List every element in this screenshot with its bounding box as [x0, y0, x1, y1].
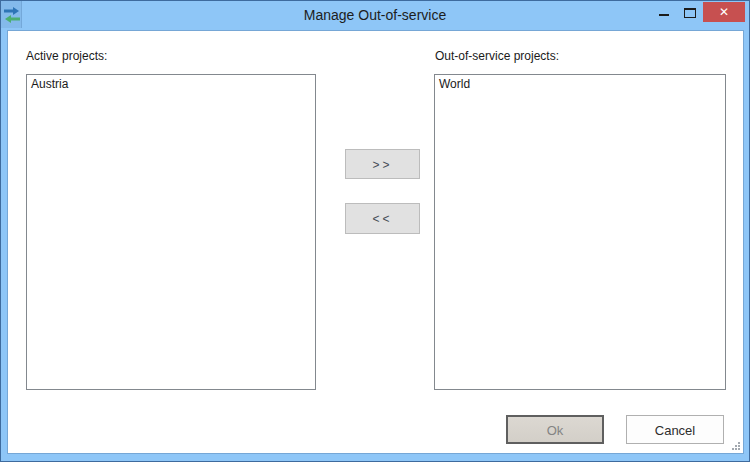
resize-grip-icon[interactable]: [731, 441, 741, 451]
minimize-icon: [659, 14, 669, 16]
ok-button[interactable]: Ok: [506, 415, 604, 444]
dialog-content: Active projects: Out-of-service projects…: [7, 30, 744, 454]
maximize-icon: [684, 8, 696, 18]
move-right-button[interactable]: >>: [345, 149, 420, 179]
active-projects-label: Active projects:: [26, 49, 107, 63]
active-projects-listbox[interactable]: Austria: [26, 74, 316, 390]
minimize-button[interactable]: [651, 2, 677, 22]
out-of-service-projects-listbox[interactable]: World: [434, 74, 726, 390]
list-item[interactable]: Austria: [27, 75, 315, 93]
cancel-button[interactable]: Cancel: [626, 415, 724, 444]
window-title: Manage Out-of-service: [1, 1, 749, 30]
maximize-button[interactable]: [677, 2, 703, 22]
close-button[interactable]: ✕: [703, 2, 745, 22]
out-of-service-projects-label: Out-of-service projects:: [435, 49, 559, 63]
close-icon: ✕: [719, 5, 729, 19]
titlebar[interactable]: Manage Out-of-service ✕: [1, 1, 749, 30]
move-left-button[interactable]: <<: [345, 203, 420, 234]
list-item[interactable]: World: [435, 75, 725, 93]
dialog-window: Manage Out-of-service ✕ Active projects:…: [0, 0, 750, 462]
